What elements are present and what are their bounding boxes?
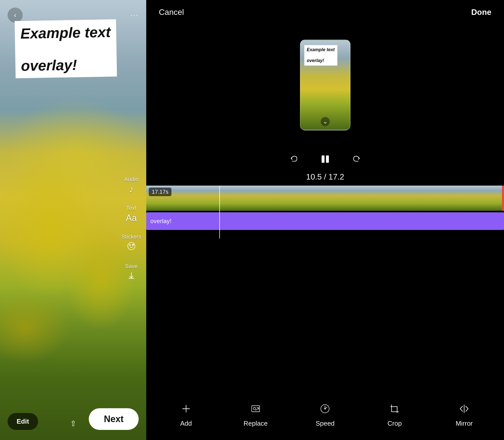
svg-rect-3 bbox=[321, 156, 324, 163]
video-duration-badge: 17.17s bbox=[149, 188, 171, 196]
preview-area: Example text overlay! ⌄ bbox=[146, 22, 504, 148]
preview-card: Example text overlay! ⌄ bbox=[300, 40, 350, 130]
bottom-bar: Edit ⇧ Next bbox=[0, 403, 146, 440]
text-tool[interactable]: Text Aa bbox=[126, 205, 137, 223]
svg-point-2 bbox=[132, 245, 133, 246]
back-button[interactable]: ‹ bbox=[8, 8, 23, 23]
next-button[interactable]: Next bbox=[89, 408, 139, 430]
playhead[interactable] bbox=[219, 186, 220, 239]
more-icon: ··· bbox=[131, 11, 139, 19]
left-panel: ‹ ··· Example text overlay! Audio ♪ Text… bbox=[0, 0, 146, 440]
audio-label: Audio bbox=[124, 176, 138, 183]
crop-tool[interactable]: Crop bbox=[379, 403, 410, 427]
time-display: 10.5 / 17.2 bbox=[146, 170, 504, 186]
undo-button[interactable] bbox=[288, 154, 299, 167]
replace-tool[interactable]: Replace bbox=[241, 403, 271, 427]
right-panel: Cancel Done Example text overlay! ⌄ bbox=[146, 0, 504, 440]
add-tool[interactable]: Add bbox=[171, 403, 201, 427]
preview-chevron-icon: ⌄ bbox=[321, 117, 330, 126]
replace-label: Replace bbox=[244, 420, 268, 427]
playback-controls bbox=[146, 148, 504, 170]
mirror-tool[interactable]: Mirror bbox=[449, 403, 479, 427]
timeline-area[interactable]: 17.17s overlay! bbox=[146, 186, 504, 239]
save-icon bbox=[127, 271, 136, 282]
save-tool[interactable]: Save bbox=[125, 263, 138, 282]
bottom-toolbar: Add Replace bbox=[146, 395, 504, 440]
mirror-label: Mirror bbox=[456, 420, 473, 427]
preview-text-overlay: Example text overlay! bbox=[304, 45, 337, 66]
text-track-label: overlay! bbox=[150, 218, 171, 225]
chevron-up-icon: ⇧ bbox=[70, 419, 76, 428]
audio-tool[interactable]: Audio ♪ bbox=[124, 176, 138, 195]
back-icon: ‹ bbox=[14, 11, 16, 19]
speed-tool[interactable]: Speed bbox=[310, 403, 340, 427]
stickers-icon bbox=[127, 242, 136, 253]
svg-point-1 bbox=[130, 245, 131, 246]
svg-point-10 bbox=[325, 408, 326, 409]
stickers-tool[interactable]: Stickers bbox=[122, 233, 141, 253]
video-track[interactable]: 17.17s bbox=[146, 186, 504, 211]
add-label: Add bbox=[180, 420, 192, 427]
preview-text: Example text overlay! bbox=[307, 47, 335, 64]
timeline-empty-space bbox=[146, 239, 504, 395]
cancel-button[interactable]: Cancel bbox=[159, 8, 184, 17]
speed-label: Speed bbox=[316, 420, 335, 427]
right-tools: Audio ♪ Text Aa Stickers Save bbox=[122, 176, 141, 282]
svg-point-8 bbox=[253, 407, 255, 409]
track-end-marker bbox=[502, 186, 504, 211]
svg-rect-4 bbox=[326, 156, 329, 163]
audio-icon: ♪ bbox=[129, 184, 134, 195]
text-track[interactable]: overlay! bbox=[146, 212, 504, 230]
crop-icon bbox=[389, 403, 400, 417]
mirror-icon bbox=[458, 403, 470, 417]
overlay-text: Example text overlay! bbox=[20, 24, 111, 74]
text-overlay[interactable]: Example text overlay! bbox=[15, 19, 117, 78]
text-label: Text bbox=[126, 205, 136, 211]
stickers-label: Stickers bbox=[122, 233, 141, 240]
pause-button[interactable] bbox=[319, 153, 331, 168]
speed-icon bbox=[319, 403, 331, 417]
crop-label: Crop bbox=[388, 420, 402, 427]
save-label: Save bbox=[125, 263, 138, 270]
done-button[interactable]: Done bbox=[471, 8, 491, 17]
svg-point-0 bbox=[128, 243, 135, 250]
more-button[interactable]: ··· bbox=[131, 11, 139, 19]
right-top-bar: Cancel Done bbox=[146, 0, 504, 22]
redo-button[interactable] bbox=[351, 154, 362, 167]
replace-icon bbox=[250, 403, 261, 417]
add-icon bbox=[180, 403, 192, 417]
edit-button[interactable]: Edit bbox=[8, 413, 38, 430]
text-icon: Aa bbox=[126, 213, 137, 223]
